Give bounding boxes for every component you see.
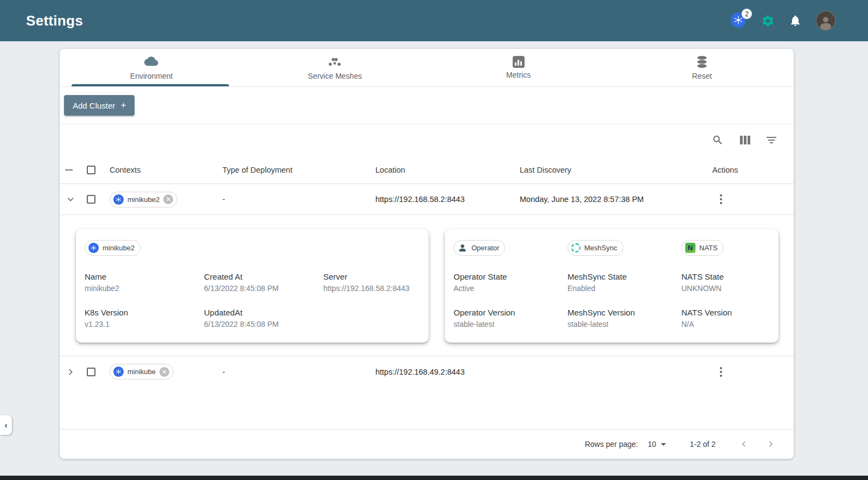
gear-icon xyxy=(761,14,775,28)
row-expand-toggle[interactable] xyxy=(65,367,87,377)
chip-close-icon[interactable]: ✕ xyxy=(163,194,173,204)
field-name: Name minikube2 xyxy=(85,272,204,293)
settings-tabbar: Environment Service Meshes Metrics Reset xyxy=(60,49,794,87)
field-operator-state: Operator State Active xyxy=(454,272,567,293)
col-type-of-deployment: Type of Deployment xyxy=(222,166,375,174)
field-updated-at: UpdatedAt 6/13/2022 8:45:08 PM xyxy=(204,308,323,329)
row-actions-menu-icon[interactable] xyxy=(714,367,727,377)
col-location: Location xyxy=(375,166,520,174)
row-detail-panel: minikube2 Name minikube2 Created At 6/13… xyxy=(60,215,794,356)
deployment-cell: - xyxy=(222,195,375,204)
pagination-range: 1-2 of 2 xyxy=(690,440,716,449)
search-icon xyxy=(712,134,724,146)
context-chip[interactable]: minikube ✕ xyxy=(110,364,174,380)
field-k8s-version: K8s Version v1.23.1 xyxy=(85,308,204,329)
field-server: Server https://192.168.58.2:8443 xyxy=(323,272,420,293)
location-cell: https://192.168.49.2:8443 xyxy=(375,368,520,376)
meshsync-chip[interactable]: MeshSync xyxy=(567,240,623,256)
kubernetes-icon xyxy=(88,243,99,253)
operator-chip-row: Operator MeshSync N NATS xyxy=(454,240,770,256)
context-chip[interactable]: minikube2 ✕ xyxy=(110,192,177,207)
col-actions: Actions xyxy=(712,166,794,174)
field-created-at: Created At 6/13/2022 8:45:08 PM xyxy=(204,272,323,293)
bottom-edge-strip xyxy=(0,476,868,480)
table-row: minikube2 ✕ - https://192.168.58.2:8443 … xyxy=(60,184,794,215)
cluster-fields: Name minikube2 Created At 6/13/2022 8:45… xyxy=(85,272,420,329)
row-checkbox[interactable] xyxy=(87,195,95,204)
row-actions-menu-icon[interactable] xyxy=(714,194,727,204)
plus-icon: + xyxy=(120,100,126,111)
cloud-icon xyxy=(144,55,158,69)
cluster-chip[interactable]: minikube2 xyxy=(85,240,141,256)
chip-close-icon[interactable]: ✕ xyxy=(159,367,169,377)
field-operator-version: Operator Version stable-latest xyxy=(454,308,567,329)
settings-card: Environment Service Meshes Metrics Reset xyxy=(60,49,794,459)
next-page-icon[interactable] xyxy=(765,439,775,449)
nats-logo-icon: N xyxy=(685,243,695,253)
app-bar: Settings 2 xyxy=(0,0,868,41)
tab-reset-label: Reset xyxy=(692,72,712,80)
field-nats-version: NATS Version N/A xyxy=(681,308,770,329)
last-discovery-cell: Monday, June 13, 2022 8:57:38 PM xyxy=(520,195,712,204)
select-all-checkbox[interactable] xyxy=(87,166,95,174)
pagination-nav xyxy=(739,439,775,449)
operator-chip[interactable]: Operator xyxy=(454,240,505,256)
tab-service-meshes-label: Service Meshes xyxy=(308,72,362,80)
context-chip-label: minikube xyxy=(127,368,156,376)
kubernetes-icon xyxy=(113,367,124,377)
user-avatar[interactable] xyxy=(816,11,835,30)
dropdown-caret-icon xyxy=(661,443,666,446)
actions-cell xyxy=(712,367,794,377)
mesh-dots-icon xyxy=(328,55,342,69)
previous-page-icon[interactable] xyxy=(739,439,749,449)
tab-environment[interactable]: Environment xyxy=(60,49,243,86)
add-cluster-button[interactable]: Add Cluster + xyxy=(64,95,135,116)
kubernetes-icon xyxy=(113,194,124,205)
table-toolbar xyxy=(60,124,794,156)
field-meshsync-version: MeshSync Version stable-latest xyxy=(567,308,681,329)
context-cell: minikube ✕ xyxy=(110,364,222,380)
add-cluster-label: Add Cluster xyxy=(73,101,115,110)
operator-fields: Operator State Active MeshSync State Ena… xyxy=(454,272,770,329)
operator-person-icon xyxy=(457,243,468,253)
cluster-detail-card: minikube2 Name minikube2 Created At 6/13… xyxy=(76,229,429,343)
rows-per-page-select[interactable]: 10 xyxy=(648,440,666,449)
avatar-person-icon xyxy=(818,14,834,30)
cluster-count-badge: 2 xyxy=(742,9,752,19)
deployment-cell: - xyxy=(222,368,375,376)
tab-reset[interactable]: Reset xyxy=(610,49,794,86)
tab-service-meshes[interactable]: Service Meshes xyxy=(243,49,426,86)
chevron-down-icon xyxy=(65,194,76,205)
page-title: Settings xyxy=(26,12,83,29)
sidebar-collapse-toggle[interactable]: ‹ xyxy=(0,415,12,435)
appbar-icons: 2 xyxy=(731,11,835,30)
field-nats-state: NATS State UNKNOWN xyxy=(681,272,770,293)
col-last-discovery: Last Discovery xyxy=(520,166,712,174)
row-checkbox[interactable] xyxy=(87,368,95,376)
filter-button[interactable] xyxy=(767,137,776,143)
row-expand-toggle[interactable] xyxy=(65,194,87,205)
search-button[interactable] xyxy=(712,134,724,146)
rows-per-page-label: Rows per page: xyxy=(585,440,638,449)
kubernetes-cluster-button[interactable]: 2 xyxy=(731,12,747,29)
col-contexts: Contexts xyxy=(110,166,222,174)
tab-metrics[interactable]: Metrics xyxy=(427,49,610,86)
actions-cell xyxy=(712,194,794,204)
settings-gear-button[interactable] xyxy=(761,14,775,28)
field-meshsync-state: MeshSync State Enabled xyxy=(567,272,681,293)
cluster-chip-label: minikube2 xyxy=(103,244,135,252)
cluster-chip-row: minikube2 xyxy=(85,240,420,256)
tab-environment-label: Environment xyxy=(130,72,173,80)
table-header: Contexts Type of Deployment Location Las… xyxy=(60,156,794,184)
bell-icon xyxy=(789,14,802,27)
operator-detail-card: Operator MeshSync N NATS Operator State … xyxy=(445,229,778,343)
meshsync-ring-icon xyxy=(571,243,580,252)
tab-metrics-label: Metrics xyxy=(506,71,531,79)
collapse-all-icon[interactable] xyxy=(65,169,73,170)
nats-chip[interactable]: N NATS xyxy=(681,240,724,256)
view-columns-button[interactable] xyxy=(740,136,750,144)
chevron-right-icon xyxy=(65,367,76,377)
page-content: Environment Service Meshes Metrics Reset xyxy=(0,41,868,476)
database-icon xyxy=(695,55,709,69)
notifications-bell-button[interactable] xyxy=(789,14,802,27)
